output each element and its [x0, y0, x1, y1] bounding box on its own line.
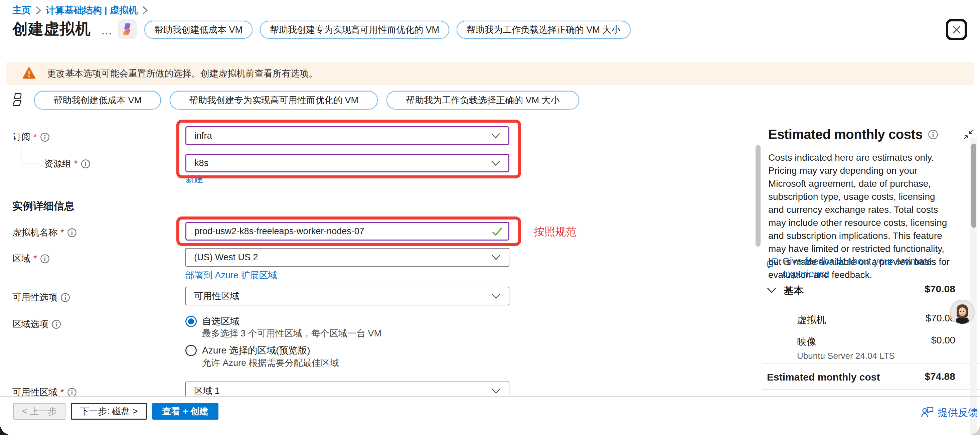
suggestion-high-availability-button[interactable]: 帮助我创建专为实现高可用性而优化的 VM: [170, 91, 378, 110]
zone-options-label: 区域选项: [12, 318, 61, 330]
clipped-form-row: 可用性区域 * 区域 1: [0, 377, 751, 396]
required-mark: *: [33, 253, 37, 264]
vm-name-input[interactable]: [185, 222, 509, 241]
wizard-footer: < 上一步 下一步: 磁盘 > 查看 + 创建: [13, 403, 218, 420]
give-feedback-link[interactable]: 提供反馈: [921, 405, 978, 421]
info-icon[interactable]: [928, 129, 938, 140]
suggestion-high-availability-button[interactable]: 帮助我创建专为实现高可用性而优化的 VM: [260, 21, 449, 39]
warning-icon: [22, 67, 36, 80]
create-vm-page: 主页 计算基础结构 | 虚拟机 创建虚拟机 … 帮助我创建低成本 VM 帮助: [0, 0, 980, 435]
more-options-button[interactable]: …: [101, 24, 113, 37]
divider: [762, 363, 980, 363]
deploy-edge-zone-link[interactable]: 部署到 Azure 扩展区域: [185, 269, 277, 281]
feedback-person-icon: [921, 405, 934, 421]
feedback-bubbles-icon: [766, 255, 778, 280]
annotation-text: 按照规范: [534, 225, 576, 239]
radio-azure-selected-zones[interactable]: Azure 选择的区域(预览版): [185, 344, 310, 357]
cost-group-label: 基本: [784, 284, 803, 298]
availability-zone-dropdown[interactable]: 区域 1: [185, 382, 509, 396]
review-create-button[interactable]: 查看 + 创建: [152, 403, 219, 420]
window-corner: [969, 424, 980, 435]
info-icon[interactable]: [51, 319, 61, 329]
close-button[interactable]: [946, 19, 967, 40]
cost-item-label: 虚拟机: [797, 313, 826, 327]
footer-divider: [0, 396, 980, 397]
chevron-down-icon: [492, 386, 501, 396]
region-label: 区域 *: [12, 253, 50, 265]
close-icon: [951, 24, 962, 35]
tree-connector: [21, 147, 21, 163]
required-mark: *: [60, 228, 64, 238]
info-icon[interactable]: [40, 132, 50, 142]
cost-item-value: $0.00: [931, 335, 955, 346]
tree-connector: [21, 163, 40, 163]
info-icon[interactable]: [40, 254, 50, 264]
copilot-suggestions-row-2: 帮助我创建低成本 VM 帮助我创建专为实现高可用性而优化的 VM 帮助我为工作负…: [10, 91, 579, 110]
estimate-feedback-link[interactable]: Give feedback about your estimate experi…: [766, 255, 940, 280]
vm-name-label: 虚拟机名称 *: [12, 226, 77, 239]
required-mark: *: [33, 132, 37, 142]
create-new-resource-group-link[interactable]: 新建: [185, 173, 204, 185]
window-corner: [0, 424, 11, 435]
breadcrumb: 主页 计算基础结构 | 虚拟机: [12, 4, 148, 17]
info-icon[interactable]: [81, 159, 91, 169]
warning-text: 更改基本选项可能会重置所做的选择。创建虚拟机前查看所有选项。: [47, 67, 318, 80]
chevron-down-icon: [491, 158, 500, 168]
copilot-suggestions-row-1: 帮助我创建低成本 VM 帮助我创建专为实现高可用性而优化的 VM 帮助我为工作负…: [144, 21, 631, 39]
required-mark: *: [60, 387, 64, 397]
chevron-right-icon: [36, 6, 41, 15]
radio-azure-selected-zones-desc: 允许 Azure 根据需要分配最佳区域: [202, 357, 339, 369]
availability-options-dropdown[interactable]: 可用性区域: [185, 287, 509, 305]
panel-scrollbar[interactable]: [971, 143, 976, 228]
warning-banner: 更改基本选项可能会重置所做的选择。创建虚拟机前查看所有选项。: [6, 62, 974, 85]
cost-item-label: 映像: [797, 335, 816, 349]
page-title: 创建虚拟机: [12, 19, 91, 40]
breadcrumb-section[interactable]: 计算基础结构 | 虚拟机: [46, 4, 138, 17]
chevron-down-icon: [492, 252, 501, 263]
total-cost-label: Estimated monthly cost: [767, 371, 880, 383]
divider: [762, 389, 980, 390]
copilot-outline-icon: [10, 92, 25, 108]
availability-options-label: 可用性选项: [12, 292, 70, 303]
radio-self-selected-zones[interactable]: 自选区域: [185, 315, 240, 328]
next-step-disks-button[interactable]: 下一步: 磁盘 >: [71, 403, 146, 420]
suggestion-low-cost-vm-button[interactable]: 帮助我创建低成本 VM: [144, 21, 253, 39]
info-icon[interactable]: [67, 228, 77, 237]
suggestion-low-cost-vm-button[interactable]: 帮助我创建低成本 VM: [34, 91, 161, 110]
assistant-avatar[interactable]: [950, 300, 975, 324]
info-icon[interactable]: [67, 387, 77, 397]
availability-zone-label: 可用性区域 *: [12, 386, 77, 396]
main-scrollbar[interactable]: [756, 145, 760, 247]
radio-self-selected-zones-desc: 最多选择 3 个可用性区域，每个区域一台 VM: [202, 327, 382, 339]
subscription-dropdown[interactable]: infra: [185, 126, 509, 145]
chevron-down-icon: [492, 291, 501, 301]
resource-group-label: 资源组 *: [44, 158, 91, 170]
cost-item-subtext: Ubuntu Server 24.04 LTS: [797, 351, 895, 361]
radio-selected-icon: [185, 316, 197, 327]
chevron-down-icon: [491, 131, 500, 141]
info-icon[interactable]: [60, 293, 70, 302]
subscription-label: 订阅 *: [12, 131, 50, 143]
resource-group-dropdown[interactable]: k8s: [185, 154, 509, 172]
cost-group-value: $70.08: [924, 283, 955, 295]
breadcrumb-home[interactable]: 主页: [12, 4, 31, 17]
instance-details-heading: 实例详细信息: [12, 199, 75, 213]
radio-unselected-icon: [185, 345, 197, 356]
chevron-down-icon: [767, 287, 776, 295]
costs-panel-title: Estimated monthly costs: [768, 127, 923, 142]
region-dropdown[interactable]: (US) West US 2: [185, 248, 509, 267]
required-mark: *: [74, 159, 78, 169]
suggestion-vm-size-button[interactable]: 帮助我为工作负载选择正确的 VM 大小: [457, 21, 631, 39]
previous-step-button[interactable]: < 上一步: [13, 403, 65, 420]
chevron-right-icon: [142, 6, 148, 15]
copilot-icon[interactable]: [118, 19, 137, 39]
total-cost-value: $74.88: [924, 371, 955, 382]
suggestion-vm-size-button[interactable]: 帮助我为工作负载选择正确的 VM 大小: [387, 91, 579, 110]
